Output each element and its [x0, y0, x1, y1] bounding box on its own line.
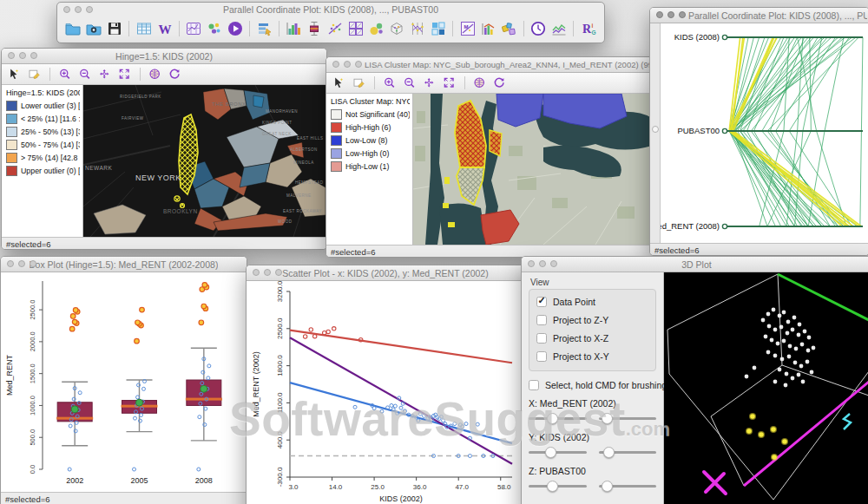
minimize-button[interactable] [264, 269, 271, 276]
maps-button[interactable] [185, 19, 203, 38]
minimize-button[interactable] [18, 260, 25, 267]
refresh-button[interactable] [492, 75, 508, 91]
pcp-window-titlebar[interactable]: Parallel Coordinate Plot: KIDS (2008), .… [650, 8, 868, 23]
offset-slider[interactable] [599, 480, 657, 492]
cartogram-button[interactable] [500, 19, 518, 38]
hinge-window-titlebar[interactable]: Hinge=1.5: KIDS (2002) [2, 49, 326, 64]
zoom-button[interactable] [30, 260, 36, 267]
checkbox[interactable] [536, 297, 547, 307]
3d-plot-button[interactable] [388, 19, 406, 38]
close-button[interactable] [7, 260, 14, 267]
zoom-out-button[interactable] [77, 67, 93, 82]
pcp-plot-area[interactable]: KIDS (2008)PUBAST00Med_RENT (2008) [661, 23, 868, 243]
zoom-button[interactable] [355, 61, 362, 68]
select-button[interactable] [332, 75, 347, 91]
pcp-side-strip[interactable] [650, 23, 661, 243]
table-button[interactable] [135, 19, 153, 38]
legend-item[interactable]: 50% - 75% (14) [38 [6, 140, 80, 150]
range-slider[interactable] [529, 446, 587, 458]
open-project-button[interactable] [64, 19, 82, 38]
minimize-button[interactable] [667, 11, 674, 18]
legend-item[interactable]: Upper outlier (0) [6 [6, 166, 80, 176]
pan-button[interactable] [422, 75, 437, 91]
scatter-window-titlebar[interactable]: Scatter Plot - x: KIDS (2002), y: Med_RE… [247, 265, 524, 281]
zoom-in-button[interactable] [382, 75, 398, 91]
box-plot-button[interactable] [306, 19, 324, 38]
minimize-button[interactable] [19, 52, 26, 59]
category-editor-button[interactable] [255, 19, 273, 38]
conditional-plot-button[interactable] [430, 19, 448, 38]
minimize-button[interactable] [75, 6, 82, 13]
close-project-button[interactable] [85, 19, 103, 38]
threed-canvas[interactable] [664, 272, 868, 504]
scatter-plot-button[interactable] [326, 19, 345, 38]
time-series-button[interactable] [549, 19, 568, 38]
legend-item[interactable]: Not Significant (40) [331, 109, 410, 120]
slider-thumb[interactable] [602, 413, 613, 424]
main-window-titlebar[interactable]: Parallel Coordinate Plot: KIDS (2008), .… [57, 3, 604, 16]
box-window-titlebar[interactable]: Box Plot (Hinge=1.5): Med_RENT (2002-200… [1, 257, 247, 272]
legend-item[interactable]: High-Low (1) [331, 161, 410, 172]
cluster-maps-button[interactable] [206, 19, 224, 38]
checkbox[interactable] [536, 333, 547, 344]
close-button[interactable] [528, 260, 535, 267]
minimize-button[interactable] [344, 61, 351, 68]
slider-thumb[interactable] [602, 481, 613, 492]
select-brushing-checkbox[interactable] [529, 380, 539, 390]
legend-item[interactable]: Low-High (0) [331, 148, 410, 159]
scatter-matrix-button[interactable] [346, 19, 365, 38]
lisa-map-canvas[interactable] [413, 94, 654, 245]
close-button[interactable] [8, 52, 15, 59]
slider-thumb[interactable] [603, 447, 615, 458]
checkbox[interactable] [536, 351, 547, 362]
close-button[interactable] [253, 269, 260, 276]
zoom-button[interactable] [86, 6, 93, 13]
legend-item[interactable]: < 25% (11) [11.6 : 3 [6, 114, 80, 124]
close-button[interactable] [656, 11, 663, 18]
splitter-handle[interactable] [652, 126, 659, 133]
slider-thumb[interactable] [547, 413, 558, 424]
offset-slider[interactable] [599, 446, 657, 458]
animation-button[interactable] [226, 19, 244, 38]
minimize-button[interactable] [539, 260, 546, 267]
checkbox[interactable] [536, 315, 547, 325]
legend-item[interactable]: Low-Low (8) [331, 135, 410, 146]
lisa-window-titlebar[interactable]: LISA Cluster Map: NYC_Sub_borough_Area2_… [326, 57, 654, 73]
zoom-in-button[interactable] [57, 67, 73, 82]
slider-thumb[interactable] [547, 481, 558, 492]
legend-item[interactable]: 25% - 50% (13) [30 [6, 127, 80, 137]
full-extent-button[interactable] [442, 75, 457, 91]
range-slider[interactable] [529, 412, 587, 424]
bubble-chart-button[interactable] [367, 19, 385, 38]
histogram-button[interactable] [285, 19, 303, 38]
invert-selection-button[interactable] [352, 75, 367, 91]
weights-manager-button[interactable]: W [155, 19, 174, 38]
threed-window-titlebar[interactable]: 3D Plot [522, 257, 868, 272]
zoom-button[interactable] [679, 11, 686, 18]
base-map-button[interactable] [148, 67, 163, 82]
close-button[interactable] [332, 61, 339, 68]
legend-item[interactable]: Lower outlier (3) [8 [6, 101, 80, 111]
close-button[interactable] [63, 6, 70, 13]
zoom-button[interactable] [275, 269, 282, 276]
refresh-button[interactable] [168, 67, 183, 82]
regression-button[interactable]: RiG [579, 19, 597, 38]
range-slider[interactable] [529, 480, 587, 492]
hinge-map-canvas[interactable]: RIDGEFIELD PARKFAIRVIEWTHE BRONXMANORHAV… [83, 85, 326, 237]
legend-item[interactable]: > 75% (14) [42.8 : [6, 153, 80, 163]
time-editor-button[interactable] [529, 19, 548, 38]
zoom-button[interactable] [30, 52, 37, 59]
full-extent-button[interactable] [117, 67, 133, 82]
select-button[interactable] [7, 67, 23, 82]
zoom-out-button[interactable] [402, 75, 418, 91]
legend-item[interactable]: High-High (6) [331, 122, 410, 133]
moran-scatter-button[interactable]: M [458, 19, 477, 38]
zoom-button[interactable] [550, 260, 557, 267]
slider-thumb[interactable] [545, 447, 556, 458]
box-plot-area[interactable]: 0.0500.01000.01500.02000.02500.0Med_RENT… [1, 272, 247, 492]
invert-selection-button[interactable] [27, 67, 43, 82]
save-project-button[interactable] [106, 19, 124, 38]
pan-button[interactable] [97, 67, 113, 82]
offset-slider[interactable] [599, 412, 657, 424]
base-map-button[interactable] [472, 75, 488, 91]
